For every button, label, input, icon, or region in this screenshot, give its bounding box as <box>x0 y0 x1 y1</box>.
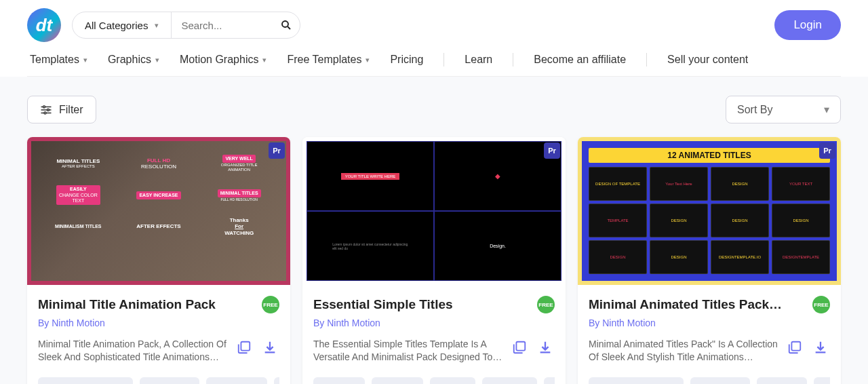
collection-icon <box>237 340 252 355</box>
card-author[interactable]: By Ninth Motion <box>38 318 279 328</box>
nav-pricing[interactable]: Pricing <box>390 53 423 66</box>
collection-icon <box>512 340 527 355</box>
chevron-down-icon: ▾ <box>155 56 159 64</box>
nav-separator <box>513 53 513 66</box>
chevron-down-icon: ▾ <box>262 56 267 64</box>
filter-icon <box>40 104 52 115</box>
tag[interactable]: essential graphics <box>38 377 133 384</box>
product-card[interactable]: Pr YOUR TITLE WRITE HERE ◆ Lorem ipsum d… <box>302 137 566 384</box>
sort-label: Sort By <box>737 104 772 116</box>
thumbnail: Pr 12 ANIMATED TITLES DESIGN OF TEMPLATE… <box>578 137 841 285</box>
download-button[interactable] <box>811 338 830 357</box>
tag[interactable]: elegant <box>757 377 807 384</box>
chevron-down-icon: ▾ <box>83 56 87 64</box>
free-badge: FREE <box>262 296 279 313</box>
download-button[interactable] <box>536 338 555 357</box>
card-description: Minimal Animated Titles Pack" Is A Colle… <box>589 338 778 364</box>
chevron-down-icon: ▾ <box>824 103 829 116</box>
free-badge: FREE <box>537 296 555 313</box>
tag[interactable]: lo <box>544 377 555 384</box>
nav-separator <box>443 53 444 66</box>
tag-list: essential graphics extension Instagram e <box>38 377 279 384</box>
main-nav: Templates▾ Graphics▾ Motion Graphics▾ Fr… <box>27 42 841 77</box>
tag[interactable]: extension <box>140 377 199 384</box>
nav-templates[interactable]: Templates▾ <box>30 53 87 66</box>
card-title: Minimal Title Animation Pack <box>38 297 216 312</box>
card-author[interactable]: By Ninth Motion <box>589 318 830 328</box>
pr-badge: Pr <box>269 142 285 159</box>
tag[interactable]: Instagram <box>206 377 267 384</box>
nav-graphics[interactable]: Graphics▾ <box>108 53 159 66</box>
free-badge: FREE <box>812 296 830 313</box>
tag[interactable]: extension <box>690 377 750 384</box>
product-card[interactable]: Pr MINIMAL TITLESAFTER EFFECTS FULL HDRE… <box>27 137 290 384</box>
nav-separator <box>646 53 647 66</box>
svg-rect-8 <box>241 342 250 351</box>
tag-list: essential graphics extension elegant bun <box>589 377 830 384</box>
pr-badge: Pr <box>544 142 560 159</box>
tag-list: minimal modern kinetic dynamic lo <box>313 377 555 384</box>
nav-motion-graphics[interactable]: Motion Graphics▾ <box>180 53 267 66</box>
tag[interactable]: e <box>274 377 279 384</box>
logo[interactable]: dt <box>27 8 61 42</box>
login-button[interactable]: Login <box>774 10 841 40</box>
download-button[interactable] <box>260 338 279 357</box>
svg-rect-9 <box>516 342 525 351</box>
thumbnail: Pr MINIMAL TITLESAFTER EFFECTS FULL HDRE… <box>27 137 290 285</box>
svg-rect-10 <box>791 342 800 351</box>
svg-point-0 <box>282 21 288 27</box>
svg-point-6 <box>47 109 50 111</box>
collection-icon <box>787 340 802 355</box>
filter-label: Filter <box>59 104 83 116</box>
tag[interactable]: minimal <box>313 377 365 384</box>
chevron-down-icon: ▾ <box>155 21 159 30</box>
card-description: Minimal Title Animation Pack, A Collecti… <box>38 338 228 364</box>
card-title: Essential Simple Titles <box>313 297 453 312</box>
chevron-down-icon: ▾ <box>366 56 370 64</box>
nav-free-templates[interactable]: Free Templates▾ <box>287 53 370 66</box>
svg-point-7 <box>44 112 46 114</box>
thumbnail: Pr YOUR TITLE WRITE HERE ◆ Lorem ipsum d… <box>302 137 566 285</box>
svg-line-1 <box>288 26 291 29</box>
category-selector[interactable]: All Categories ▾ <box>73 20 171 31</box>
collection-button[interactable] <box>510 338 529 357</box>
search-icon <box>280 19 292 31</box>
collection-button[interactable] <box>235 338 254 357</box>
product-card[interactable]: Pr 12 ANIMATED TITLES DESIGN OF TEMPLATE… <box>578 137 841 384</box>
search-button[interactable] <box>273 12 300 38</box>
results-grid: Pr MINIMAL TITLESAFTER EFFECTS FULL HDRE… <box>0 137 868 384</box>
card-author[interactable]: By Ninth Motion <box>313 318 555 328</box>
search-input[interactable] <box>171 12 273 38</box>
pr-badge: Pr <box>819 142 835 159</box>
filter-button[interactable]: Filter <box>27 96 96 123</box>
nav-affiliate[interactable]: Become an affiliate <box>534 53 626 66</box>
category-label: All Categories <box>85 20 148 31</box>
card-title: Minimal Animated Titles Pack… <box>589 297 782 312</box>
nav-learn[interactable]: Learn <box>465 53 492 66</box>
tag[interactable]: bun <box>814 377 830 384</box>
card-description: The Essential Simple Titles Template Is … <box>313 338 503 364</box>
download-icon <box>813 340 828 355</box>
tag[interactable]: dynamic <box>482 377 536 384</box>
sort-select[interactable]: Sort By ▾ <box>726 96 841 123</box>
tag[interactable]: essential graphics <box>589 377 684 384</box>
svg-point-5 <box>43 106 45 108</box>
download-icon <box>538 340 553 355</box>
nav-sell[interactable]: Sell your content <box>667 53 748 66</box>
download-icon <box>262 340 277 355</box>
search-bar: All Categories ▾ <box>72 12 300 39</box>
collection-button[interactable] <box>785 338 804 357</box>
tag[interactable]: kinetic <box>430 377 476 384</box>
tag[interactable]: modern <box>372 377 422 384</box>
